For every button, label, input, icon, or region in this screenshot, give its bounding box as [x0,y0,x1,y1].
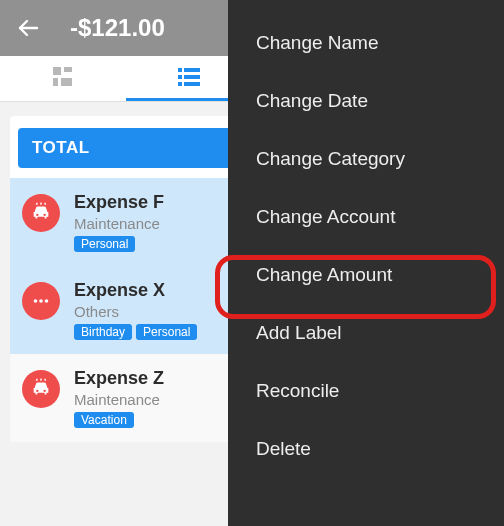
svg-point-20 [39,299,43,303]
svg-rect-5 [178,68,182,72]
svg-point-14 [36,214,38,216]
svg-rect-2 [64,67,72,72]
svg-point-23 [43,390,45,392]
menu-add-label[interactable]: Add Label [228,304,504,362]
tag: Personal [136,324,197,340]
tag: Personal [74,236,135,252]
menu-change-name[interactable]: Change Name [228,14,504,72]
svg-point-19 [34,299,38,303]
menu-change-account[interactable]: Change Account [228,188,504,246]
dots-icon [22,282,60,320]
svg-rect-9 [178,82,182,86]
menu-change-category[interactable]: Change Category [228,130,504,188]
list-icon [178,67,200,91]
svg-rect-6 [184,68,200,72]
car-icon [22,370,60,408]
tag: Vacation [74,412,134,428]
svg-line-16 [36,203,37,205]
svg-line-24 [36,379,37,381]
svg-line-18 [45,203,46,205]
context-menu: Change Name Change Date Change Category … [228,0,504,526]
grid-icon [53,67,73,91]
menu-reconcile[interactable]: Reconcile [228,362,504,420]
svg-rect-3 [53,78,58,86]
svg-rect-8 [184,75,200,79]
svg-point-21 [45,299,49,303]
svg-rect-10 [184,82,200,86]
menu-change-date[interactable]: Change Date [228,72,504,130]
svg-line-26 [45,379,46,381]
back-button[interactable] [14,14,42,42]
tab-dashboard[interactable] [0,56,126,101]
header-amount: -$121.00 [70,14,165,42]
svg-point-15 [43,214,45,216]
svg-point-22 [36,390,38,392]
svg-rect-1 [53,67,61,75]
tag: Birthday [74,324,132,340]
car-icon [22,194,60,232]
menu-change-amount[interactable]: Change Amount [228,246,504,304]
app-screen: -$121.00 [0,0,504,526]
svg-rect-4 [61,78,72,86]
menu-delete[interactable]: Delete [228,420,504,478]
svg-rect-7 [178,75,182,79]
